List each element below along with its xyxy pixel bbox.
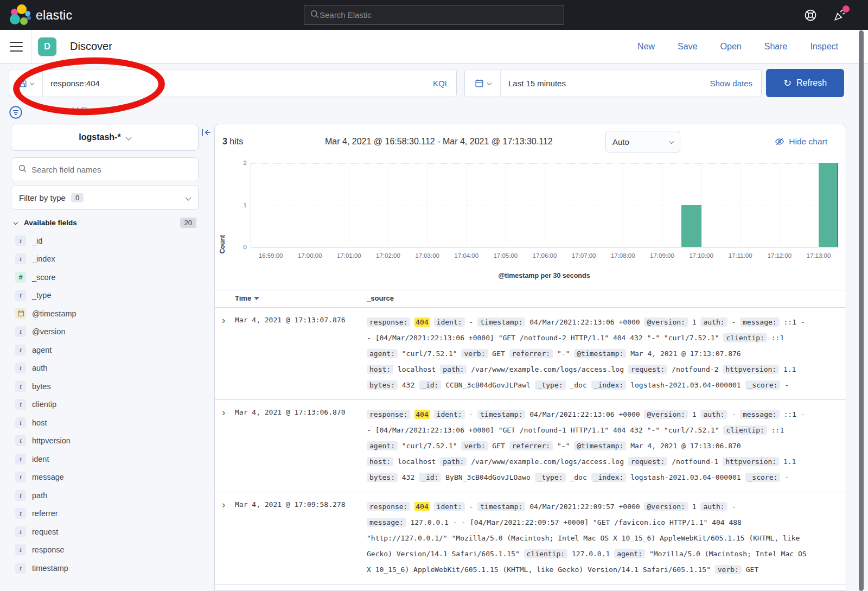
show-dates-button[interactable]: Show dates xyxy=(710,79,761,88)
hits-bar: 3 hits Mar 4, 2021 @ 16:58:30.112 - Mar … xyxy=(222,129,838,155)
field-item-_index[interactable]: t_index xyxy=(11,250,209,269)
field-item-response[interactable]: tresponse xyxy=(11,541,209,560)
field-value: ::1 xyxy=(771,426,784,434)
field-item-request[interactable]: trequest xyxy=(11,523,209,541)
saved-query-button[interactable] xyxy=(9,69,43,97)
filter-icon[interactable] xyxy=(9,105,23,119)
field-value: _doc xyxy=(570,473,586,481)
field-item-httpversion[interactable]: thttpversion xyxy=(11,432,209,450)
field-value: _doc xyxy=(570,381,586,389)
field-key-badge: bytes: xyxy=(367,380,398,390)
field-key-badge: httpversion: xyxy=(723,365,779,374)
newsfeed-icon[interactable] xyxy=(833,9,846,22)
hide-chart-button[interactable]: Hide chart xyxy=(775,137,827,147)
field-value: /var/www/example.com/logs/access.log xyxy=(471,457,624,466)
query-language-button[interactable]: KQL xyxy=(426,79,456,88)
expand-row-button[interactable]: › xyxy=(222,313,225,328)
gridline xyxy=(251,206,838,206)
help-icon[interactable] xyxy=(804,9,817,22)
gridline xyxy=(251,163,838,164)
elastic-logo[interactable]: elastic xyxy=(9,4,72,26)
field-key-badge: _score: xyxy=(745,473,781,482)
x-tick-label: 17:12:00 xyxy=(767,252,792,259)
field-item-_score[interactable]: #_score xyxy=(11,268,209,287)
field-name: path xyxy=(32,491,47,500)
nav-link-open[interactable]: Open xyxy=(720,42,742,52)
y-tick-label: 2 xyxy=(232,160,247,166)
available-fields-header[interactable]: Available fields 20 xyxy=(11,215,201,230)
field-item-ident[interactable]: tident xyxy=(11,450,209,468)
refresh-button[interactable]: ↻ Refresh xyxy=(766,69,844,97)
field-key-badge: agent: xyxy=(614,549,645,558)
global-search-input[interactable] xyxy=(320,10,558,20)
x-tick-label: 17:08:00 xyxy=(611,252,635,259)
discover-app-badge[interactable]: D xyxy=(38,37,56,56)
field-item-_type[interactable]: t_type xyxy=(11,287,209,305)
nav-link-save[interactable]: Save xyxy=(678,42,697,52)
chevron-down-icon xyxy=(185,194,191,200)
nav-link-share[interactable]: Share xyxy=(764,42,788,52)
field-item-auth[interactable]: tauth xyxy=(11,359,209,378)
field-item-agent[interactable]: tagent xyxy=(11,341,209,359)
x-tick-label: 17:10:00 xyxy=(689,252,713,259)
calendar-icon xyxy=(475,79,484,88)
field-search-input[interactable] xyxy=(31,165,192,174)
field-key-badge: _type: xyxy=(535,380,566,390)
nav-links: NewSaveOpenShareInspect xyxy=(637,30,838,63)
histogram-bar[interactable] xyxy=(819,163,838,247)
field-item-@version[interactable]: t@version xyxy=(11,323,209,341)
column-header-time[interactable]: Time xyxy=(235,294,259,302)
field-value: GET xyxy=(492,349,505,358)
field-key-badge: httpversion: xyxy=(723,457,779,466)
field-key-badge: _score: xyxy=(745,380,781,390)
field-value: localhost xyxy=(398,365,436,373)
menu-icon[interactable] xyxy=(10,42,23,52)
field-type-icon: t xyxy=(15,363,26,373)
field-item-timestamp[interactable]: ttimestamp xyxy=(11,559,209,577)
field-value: 1.1 xyxy=(783,365,796,373)
field-type-icon: # xyxy=(15,272,26,283)
field-item-message[interactable]: tmessage xyxy=(11,468,209,487)
nav-link-new[interactable]: New xyxy=(637,42,655,52)
query-input[interactable]: response:404 xyxy=(43,79,426,88)
field-type-icon: t xyxy=(15,417,26,428)
calendar-button[interactable] xyxy=(465,69,501,97)
doc-source: response: 404 ident: - timestamp: 04/Mar… xyxy=(367,499,812,577)
field-item-bytes[interactable]: tbytes xyxy=(11,377,209,396)
histogram-bar[interactable] xyxy=(681,205,701,247)
field-value: - xyxy=(731,410,736,418)
field-value: "-" xyxy=(557,349,570,358)
nav-link-inspect[interactable]: Inspect xyxy=(810,42,838,52)
index-pattern-selector[interactable]: logstash-* xyxy=(11,124,199,151)
x-tick-label: 17:07:00 xyxy=(572,252,596,259)
field-value: Mar 4, 2021 @ 17:13:06.870 xyxy=(630,442,741,450)
x-tick-label: 17:02:00 xyxy=(376,252,400,259)
add-filter-button[interactable]: + Add filter xyxy=(58,106,96,115)
expand-row-button[interactable]: › xyxy=(222,405,225,420)
scrollbar-thumb[interactable] xyxy=(859,30,864,591)
field-key-badge: ident: xyxy=(434,502,465,511)
interval-select[interactable]: Auto xyxy=(605,131,680,152)
field-value: Mar 4, 2021 @ 17:13:07.876 xyxy=(630,349,741,358)
table-row: ›Mar 4, 2021 @ 17:09:58.278response: 404… xyxy=(215,492,846,584)
collapse-sidebar-icon[interactable] xyxy=(201,127,213,139)
field-item-@timestamp[interactable]: @timestamp xyxy=(11,304,209,323)
global-search[interactable] xyxy=(304,5,564,25)
field-value: - xyxy=(784,381,789,389)
field-item-path[interactable]: tpath xyxy=(11,486,209,505)
field-value: logstash-2021.03.04-000001 xyxy=(630,381,741,389)
field-value: 432 xyxy=(402,473,414,481)
field-key-badge: bytes: xyxy=(367,473,398,482)
field-type-icon: t xyxy=(15,508,26,519)
field-item-host[interactable]: thost xyxy=(11,414,209,432)
field-item-_id[interactable]: t_id xyxy=(11,232,209,250)
expand-row-button[interactable]: › xyxy=(222,498,225,512)
field-item-clientip[interactable]: tclientip xyxy=(11,396,209,414)
field-name: message xyxy=(32,473,64,481)
field-item-referrer[interactable]: treferrer xyxy=(11,505,209,523)
sort-desc-icon xyxy=(254,297,259,300)
field-key-badge: auth: xyxy=(700,317,727,327)
filter-by-type-select[interactable]: Filter by type 0 xyxy=(11,186,199,209)
field-search[interactable] xyxy=(11,157,199,181)
time-range-display[interactable]: Last 15 minutes xyxy=(501,79,710,88)
